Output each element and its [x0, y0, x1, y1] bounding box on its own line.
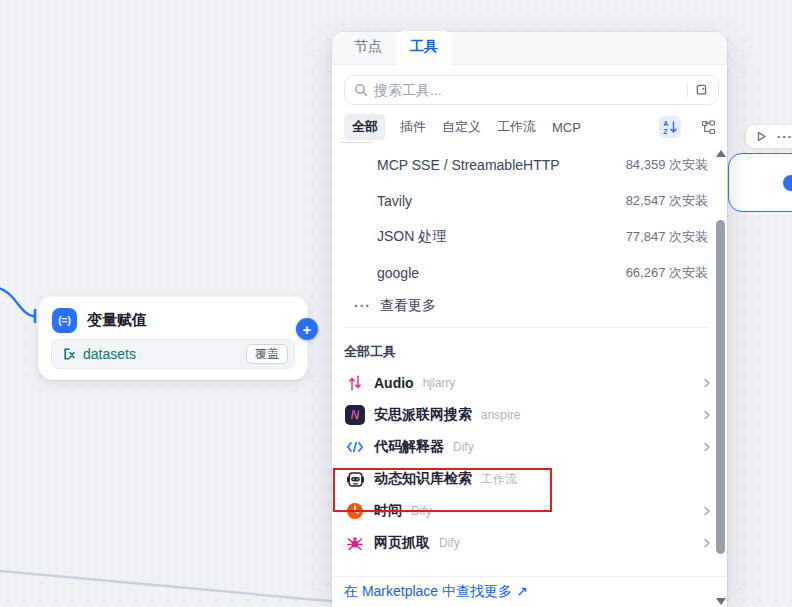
- scroll-up-arrow-icon[interactable]: [716, 150, 726, 157]
- tool-name: 代码解释器: [374, 438, 444, 456]
- popular-tool-row[interactable]: MCP SSE / StreamableHTTP 84,359 次安装: [332, 147, 727, 183]
- panel-tab-bar: 节点 工具: [332, 32, 727, 65]
- popular-tool-name: google: [377, 265, 419, 281]
- chevron-right-icon: [701, 537, 713, 549]
- tool-name: 安思派联网搜索: [374, 406, 472, 424]
- sort-az-icon: A Z: [662, 119, 678, 135]
- install-count: 66,267 次安装: [626, 264, 708, 282]
- section-divider: [344, 327, 708, 328]
- tool-org: anspire: [481, 408, 520, 422]
- popular-tool-row[interactable]: JSON 处理 77,847 次安装: [332, 219, 727, 255]
- tool-row-code-interpreter[interactable]: 代码解释器 Dify: [332, 431, 727, 463]
- svg-text:Z: Z: [663, 127, 668, 135]
- tool-row-time[interactable]: 时间 Dify: [332, 495, 727, 527]
- tool-name: Audio: [374, 375, 414, 391]
- node-title: 变量赋值: [87, 311, 147, 330]
- tool-org: Dify: [411, 504, 432, 518]
- popular-tool-row[interactable]: Tavily 82,547 次安装: [332, 183, 727, 219]
- popular-tool-name: JSON 处理: [377, 228, 446, 246]
- tool-name: 动态知识库检索: [374, 470, 472, 488]
- search-icon: [354, 83, 368, 97]
- variable-icon: [61, 346, 77, 362]
- anspire-icon: N: [345, 405, 365, 425]
- tab-nodes[interactable]: 节点: [344, 31, 392, 64]
- filter-all[interactable]: 全部: [344, 114, 386, 140]
- tool-org: hjlarry: [423, 376, 456, 390]
- tool-row-web-scraper[interactable]: 网页抓取 Dify: [332, 527, 727, 559]
- tool-row-anspire[interactable]: N 安思派联网搜索 anspire: [332, 399, 727, 431]
- tool-name: 网页抓取: [374, 534, 430, 552]
- install-count: 77,847 次安装: [626, 228, 708, 246]
- tools-panel: 节点 工具 全部 插件 自定义 工作流 MCP A Z: [332, 32, 727, 607]
- node-header: (=) 变量赋值: [39, 297, 307, 341]
- popular-tool-row[interactable]: google 66,267 次安装: [332, 255, 727, 291]
- node-mini-toolbar: ···: [746, 125, 792, 148]
- tab-tools[interactable]: 工具: [396, 31, 452, 65]
- panel-footer: 在 Marketplace 中查找更多 ↗: [332, 576, 727, 607]
- filter-row: 全部 插件 自定义 工作流 MCP A Z: [344, 115, 719, 139]
- add-next-node-button[interactable]: +: [296, 318, 318, 340]
- filter-underline: [341, 142, 371, 143]
- chevron-right-icon: [701, 409, 713, 421]
- tree-view-button[interactable]: [697, 116, 719, 138]
- variable-assigner-icon-glyph: (=): [58, 315, 71, 326]
- ellipsis-icon: ···: [354, 298, 371, 314]
- variable-assigner-node[interactable]: (=) 变量赋值 + datasets 覆盖: [38, 296, 308, 380]
- tool-search-box[interactable]: [344, 75, 719, 105]
- edge-blue: [0, 288, 33, 316]
- web-crawler-icon: [345, 533, 365, 553]
- popular-tool-name: MCP SSE / StreamableHTTP: [377, 157, 560, 173]
- tool-row-audio[interactable]: Audio hjlarry: [332, 367, 727, 399]
- tool-name: 时间: [374, 502, 402, 520]
- filter-plugins[interactable]: 插件: [400, 118, 426, 136]
- more-options-icon[interactable]: ···: [777, 130, 792, 143]
- marketplace-link[interactable]: 在 Marketplace 中查找更多 ↗: [344, 583, 528, 601]
- section-title: 全部工具: [344, 343, 727, 361]
- code-icon: [345, 437, 365, 457]
- clock-icon: [345, 501, 365, 521]
- popular-tool-name: Tavily: [377, 193, 412, 209]
- search-input[interactable]: [374, 82, 681, 98]
- install-count: 82,547 次安装: [626, 192, 708, 210]
- variable-assigner-icon: (=): [52, 308, 77, 333]
- panel-scrollbar[interactable]: [715, 148, 726, 607]
- scroll-down-arrow-icon[interactable]: [716, 598, 726, 605]
- chevron-right-icon: [701, 505, 713, 517]
- edge-gray: [0, 571, 340, 602]
- tool-org: Dify: [439, 536, 460, 550]
- tool-row-dynamic-knowledge-retrieval[interactable]: 动态知识库检索 工作流: [332, 463, 727, 495]
- variable-row[interactable]: datasets 覆盖: [51, 339, 295, 369]
- node-connection-handle[interactable]: [783, 175, 792, 191]
- chevron-right-icon: [701, 377, 713, 389]
- filter-mcp[interactable]: MCP: [552, 120, 581, 135]
- tool-list: MCP SSE / StreamableHTTP 84,359 次安装 Tavi…: [332, 147, 727, 559]
- sort-az-button[interactable]: A Z: [659, 116, 681, 138]
- tag-filter-icon[interactable]: [694, 83, 709, 98]
- variable-name: datasets: [83, 346, 240, 362]
- plus-icon: +: [303, 321, 312, 338]
- scrollbar-thumb[interactable]: [716, 220, 725, 554]
- audio-icon: [345, 373, 365, 393]
- filter-workflow[interactable]: 工作流: [497, 118, 536, 136]
- view-more-label: 查看更多: [380, 297, 436, 315]
- overwrite-badge: 覆盖: [246, 344, 288, 364]
- robot-icon: [345, 469, 365, 489]
- tree-view-icon: [701, 120, 716, 135]
- play-icon[interactable]: [755, 130, 768, 143]
- search-divider: [687, 83, 688, 97]
- chevron-right-icon: [701, 441, 713, 453]
- view-more-button[interactable]: ··· 查看更多: [332, 291, 727, 321]
- tool-org: Dify: [453, 440, 474, 454]
- filter-custom[interactable]: 自定义: [442, 118, 481, 136]
- tool-org: 工作流: [481, 471, 517, 488]
- install-count: 84,359 次安装: [626, 156, 708, 174]
